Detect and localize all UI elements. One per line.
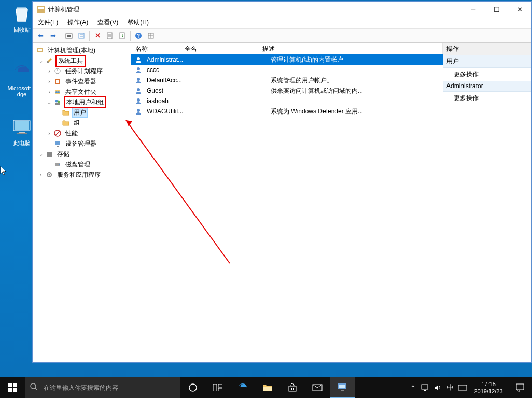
tree-task-scheduler[interactable]: › 任务计划程序 (33, 66, 131, 76)
svg-line-53 (35, 388, 37, 390)
svg-point-41 (137, 67, 140, 70)
taskbar: 在这里输入你要搜索的内容 ⌃ 中 17:15 2019/12/23 (0, 377, 532, 398)
cell-name: WDAGUtilit... (143, 108, 189, 115)
column-name[interactable]: 名称 (131, 43, 180, 54)
taskbar-explorer[interactable] (255, 377, 280, 398)
tree-services-apps[interactable]: › 服务和应用程序 (33, 169, 131, 180)
tree-pane[interactable]: 计算机管理(本地) ⌄ 系统工具 › 任务计划程序 › 事件查看器 › 共享文件… (33, 43, 131, 362)
list-row[interactable]: WDAGUtilit...系统为 Windows Defender 应用... (131, 106, 443, 117)
delete-button[interactable]: ✕ (92, 30, 103, 41)
collapse-icon[interactable]: ⌄ (38, 58, 44, 64)
close-button[interactable]: ✕ (508, 2, 531, 17)
up-button[interactable] (63, 30, 75, 41)
list-row[interactable]: Administrat...管理计算机(域)的内置帐户 (131, 54, 443, 65)
svg-rect-3 (17, 133, 27, 134)
svg-point-40 (137, 57, 140, 60)
tray-keyboard-icon[interactable] (456, 377, 469, 398)
tree-disk-management[interactable]: 磁盘管理 (33, 159, 131, 169)
start-button[interactable] (0, 377, 25, 398)
task-scheduler-icon (53, 67, 62, 75)
tree-system-tools[interactable]: ⌄ 系统工具 (33, 55, 131, 66)
svg-point-43 (137, 88, 140, 91)
tray-network-icon[interactable] (419, 377, 431, 398)
column-fullname[interactable]: 全名 (180, 43, 258, 54)
help-button[interactable]: ? (133, 30, 144, 41)
action-more-admin[interactable]: 更多操作 (443, 92, 531, 105)
back-button[interactable]: ⬅ (35, 30, 46, 41)
cursor-icon (0, 166, 8, 176)
tree-local-users-groups[interactable]: ⌄ 本地用户和组 (33, 97, 131, 107)
tree-storage[interactable]: ⌄ 存储 (33, 149, 131, 159)
tree-shared-folders[interactable]: › 共享文件夹 (33, 87, 131, 97)
svg-point-39 (49, 174, 50, 176)
tree-label: 设备管理器 (64, 139, 98, 149)
properties-button[interactable] (76, 30, 87, 41)
refresh-button[interactable] (104, 30, 116, 41)
svg-rect-58 (263, 387, 272, 391)
svg-rect-2 (19, 132, 25, 133)
taskbar-mail[interactable] (305, 377, 330, 398)
action-more-users[interactable]: 更多操作 (443, 68, 531, 81)
svg-rect-70 (458, 385, 467, 390)
tools-icon (45, 56, 53, 65)
menu-file[interactable]: 文件(F) (36, 17, 60, 28)
svg-point-28 (58, 101, 60, 103)
menu-view[interactable]: 查看(V) (95, 17, 120, 28)
clock-date: 2019/12/23 (472, 388, 505, 395)
column-description[interactable]: 描述 (258, 43, 443, 54)
svg-rect-63 (293, 389, 294, 390)
taskbar-clock[interactable]: 17:15 2019/12/23 (469, 380, 508, 395)
tray-chevron-icon[interactable]: ⌃ (407, 377, 419, 398)
minimize-button[interactable]: ─ (461, 2, 485, 17)
tree-users[interactable]: 用户 (33, 107, 131, 118)
computer-icon (36, 46, 44, 54)
menu-help[interactable]: 帮助(H) (125, 17, 151, 28)
taskbar-search[interactable]: 在这里输入你要搜索的内容 (25, 377, 180, 398)
expand-icon[interactable]: › (38, 172, 44, 178)
taskbar-edge[interactable] (230, 377, 255, 398)
list-row[interactable]: DefaultAcc...系统管理的用户帐户。 (131, 75, 443, 86)
list-body[interactable]: Administrat...管理计算机(域)的内置帐户ccccDefaultAc… (131, 54, 443, 362)
tree-groups[interactable]: 组 (33, 118, 131, 128)
tree-device-manager[interactable]: 设备管理器 (33, 138, 131, 149)
expand-icon[interactable]: › (46, 131, 52, 136)
collapse-icon[interactable]: ⌄ (38, 151, 44, 157)
user-icon (134, 66, 143, 74)
list-row[interactable]: Guest供来宾访问计算机或访问域的内... (131, 86, 443, 96)
list-row[interactable]: cccc (131, 65, 443, 75)
tree-performance[interactable]: › 性能 (33, 128, 131, 138)
expand-icon[interactable]: › (46, 68, 52, 74)
tray-ime[interactable]: 中 (444, 377, 456, 398)
taskbar-store[interactable] (280, 377, 305, 398)
grid-button[interactable] (145, 30, 157, 41)
device-manager-icon (53, 139, 62, 148)
cell-description: 管理计算机(域)的内置帐户 (267, 55, 443, 64)
tree-label: 服务和应用程序 (55, 170, 102, 180)
svg-rect-19 (38, 49, 42, 51)
tray-volume-icon[interactable] (431, 377, 444, 398)
svg-rect-23 (56, 80, 59, 83)
notification-button[interactable] (508, 377, 532, 398)
svg-rect-8 (79, 33, 84, 38)
forward-button[interactable]: ➡ (47, 30, 59, 41)
list-row[interactable]: iashoah (131, 96, 443, 106)
svg-rect-48 (8, 383, 12, 387)
svg-rect-11 (107, 33, 112, 39)
expand-icon[interactable]: › (46, 89, 52, 95)
menu-action[interactable]: 操作(A) (65, 17, 90, 28)
svg-rect-51 (13, 388, 17, 392)
taskbar-compmgmt[interactable] (330, 377, 355, 398)
folder-icon (62, 119, 70, 127)
tree-event-viewer[interactable]: › 事件查看器 (33, 76, 131, 87)
export-button[interactable] (117, 30, 128, 41)
expand-icon[interactable]: › (46, 79, 52, 84)
maximize-button[interactable]: ☐ (485, 2, 508, 17)
clock-time: 17:15 (472, 380, 505, 388)
taskbar-taskview[interactable] (205, 377, 230, 398)
collapse-icon[interactable]: ⌄ (46, 100, 52, 105)
taskbar-cortana[interactable] (180, 377, 205, 398)
cell-description: 系统管理的用户帐户。 (267, 76, 443, 85)
tree-root[interactable]: 计算机管理(本地) (33, 45, 131, 55)
svg-rect-61 (293, 388, 294, 389)
titlebar[interactable]: 计算机管理 ─ ☐ ✕ (33, 2, 531, 17)
